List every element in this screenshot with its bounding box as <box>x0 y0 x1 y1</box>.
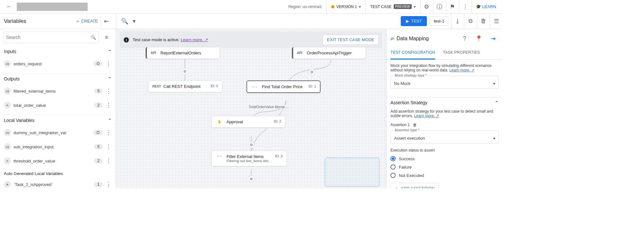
var-count-badge: 2 <box>94 158 103 163</box>
variable-row[interactable]: {J}filtered_external_items5⋮ <box>3 84 112 98</box>
expand-panel-button[interactable]: ⇥ <box>487 33 499 44</box>
zoom-menu-chevron[interactable]: ▾ <box>132 15 136 27</box>
section-locals[interactable]: Local Variables⌃ <box>3 115 112 125</box>
var-count-badge: 5 <box>94 88 103 94</box>
version-selector[interactable]: VERSION 1 ▾ <box>326 0 365 14</box>
assertion-type-select[interactable]: Assertion type * Assert execution ▾ <box>390 130 499 144</box>
back-button[interactable]: ← <box>3 3 15 10</box>
chevron-down-icon: ▾ <box>359 5 361 9</box>
plus-icon: ＋ <box>395 185 399 188</box>
banner-learn-more-link[interactable]: Learn more. ↗ <box>181 37 208 42</box>
var-menu-button[interactable]: ⋮ <box>105 58 112 70</box>
var-menu-button[interactable]: ⋮ <box>105 155 112 167</box>
gear-icon[interactable]: ⚙ <box>248 142 255 148</box>
assert-learn-more-link[interactable]: Learn more. ↗ <box>414 114 439 118</box>
var-menu-button[interactable]: ⋮ <box>105 85 112 97</box>
assert-desc: Add assertion strategy for your test cas… <box>390 109 493 118</box>
gear-icon[interactable]: ⚙ <box>182 68 188 75</box>
var-type-icon: {J} <box>4 143 11 150</box>
chevron-up-icon: ⌃ <box>108 118 112 123</box>
variables-sidebar: 🔍 ≡ Inputs⌃ {J}orders_requestO⋮ Outputs⌃… <box>0 29 116 188</box>
var-name: orders_request <box>14 61 91 66</box>
exit-test-mode-button[interactable]: EXIT TEST CASE MODE <box>323 35 379 45</box>
learn-link[interactable]: 🎓 LEARN <box>472 0 500 14</box>
create-variable-button[interactable]: ＋ CREATE <box>73 16 101 26</box>
selection-box <box>325 158 380 187</box>
toolbar: Variables ＋ CREATE ⇤ 🔍 ▾ ▶ TEST test-1 ⭳… <box>0 14 503 29</box>
chevron-up-icon: ⌃ <box>495 100 499 105</box>
tab-test-configuration[interactable]: TEST CONFIGURATION <box>390 47 435 60</box>
more-menu-icon[interactable]: ⋮ <box>459 0 472 14</box>
variable-row[interactable]: {J}sub_integration_input5⋮ <box>3 140 112 154</box>
properties-panel: ⇄ Data Mapping ? 📍 ⇥ TEST CONFIGURATION … <box>387 29 503 188</box>
info-icon: i <box>124 37 129 42</box>
tab-task-properties[interactable]: TASK PROPERTIES <box>443 47 480 59</box>
radio-success[interactable]: Success <box>390 154 499 163</box>
radio-failure[interactable]: Failure <box>390 163 499 171</box>
variable-row[interactable]: Dtotal_order_value2⋮ <box>3 98 112 112</box>
node-approval[interactable]: ✋ Approval ID: 2 <box>211 116 285 128</box>
api-icon: API <box>149 51 157 55</box>
delete-button[interactable]: 🗑 <box>477 14 490 29</box>
collapse-sidebar-button[interactable]: ⇤ <box>101 15 112 27</box>
search-input[interactable] <box>6 35 91 40</box>
var-type-icon: D <box>4 102 11 109</box>
gear-icon[interactable]: ⚙ <box>309 69 315 75</box>
var-type-icon: {J} <box>4 129 11 136</box>
var-menu-button[interactable]: ⋮ <box>105 99 112 111</box>
var-menu-button[interactable]: ⋮ <box>105 141 112 153</box>
designer-canvas[interactable]: i Test case mode is active. Learn more. … <box>116 29 387 188</box>
var-count-badge: 1 <box>94 182 103 187</box>
title-bar: ← Region: us-central1 VERSION 1 ▾ TEST C… <box>0 0 503 14</box>
radio-not-executed[interactable]: Not Executed <box>390 171 499 180</box>
var-type-icon: B <box>4 181 11 188</box>
variable-row[interactable]: B`Task_2_isApproved`1⋮ <box>3 177 112 188</box>
rest-icon: REST <box>152 85 160 88</box>
section-outputs[interactable]: Outputs⌃ <box>3 73 112 84</box>
delete-assertion-button[interactable]: 🗑 <box>413 123 417 127</box>
help-icon[interactable]: ? <box>459 33 470 44</box>
variable-row[interactable]: {J}dummy_sub_integration_varO⋮ <box>3 125 112 140</box>
plus-icon: ＋ <box>76 18 80 24</box>
info-icon[interactable]: ⓘ <box>433 0 446 14</box>
node-filter-external-items[interactable]: →← Filter External Items Filtering out l… <box>211 151 287 166</box>
preview-badge: PREVIEW <box>394 4 412 9</box>
settings-icon[interactable]: ⚙ <box>420 0 433 14</box>
node-find-total-order-price[interactable]: →← Find Total Order Price ID: 1 <box>246 80 321 93</box>
node-call-rest-endpoint[interactable]: REST Call REST Endpoint ID: 5 <box>148 80 222 92</box>
section-inputs[interactable]: Inputs⌃ <box>3 46 112 57</box>
assertion-section-header[interactable]: Assertion Strategy⌃ <box>387 97 503 108</box>
node-order-process-trigger[interactable]: API OrderProcessApiTrigger <box>292 47 366 59</box>
var-count-badge: O <box>93 61 103 66</box>
download-button[interactable]: ⭳ <box>451 14 464 29</box>
status-dot-icon <box>331 5 334 8</box>
mock-strategy-select[interactable]: Mock strategy type * No Mock ▾ <box>390 76 499 89</box>
integration-name-redacted <box>17 3 88 11</box>
var-menu-button[interactable]: ⋮ <box>105 127 112 138</box>
pin-icon[interactable]: 📍 <box>473 33 485 44</box>
gear-icon[interactable]: ⚙ <box>248 176 255 182</box>
test-name-chip[interactable]: test-1 <box>429 16 448 26</box>
add-assertion-button[interactable]: ＋ ADD ASSERTION <box>390 183 439 188</box>
api-icon: API <box>296 51 303 55</box>
testcase-selector[interactable]: TEST CASE PREVIEW ▾ <box>365 0 420 14</box>
var-count-badge: 5 <box>94 144 103 149</box>
section-autogen-subtitle: Auto Generated Local Variables <box>3 168 112 177</box>
menu-button[interactable]: ☰ <box>490 14 503 29</box>
filter-button[interactable]: ≡ <box>101 32 112 43</box>
run-test-button[interactable]: ▶ TEST <box>401 16 427 26</box>
var-menu-button[interactable]: ⋮ <box>105 179 112 188</box>
mapping-icon: →← <box>251 85 259 88</box>
search-icon: 🔍 <box>91 35 96 40</box>
mock-learn-more-link[interactable]: Learn more. ↗ <box>449 68 475 72</box>
variable-row[interactable]: {J}orders_requestO⋮ <box>3 57 112 71</box>
zoom-tool[interactable]: 🔍 <box>119 15 130 27</box>
var-name: `Task_2_isApproved` <box>14 182 91 187</box>
feedback-icon[interactable]: ⚑ <box>446 0 459 14</box>
search-input-wrapper[interactable]: 🔍 <box>3 32 99 43</box>
play-icon: ▶ <box>406 19 409 23</box>
test-mode-banner: i Test case mode is active. Learn more. … <box>120 32 382 48</box>
node-report-external-orders[interactable]: API ReportExternalOrders <box>146 47 220 59</box>
variable-row[interactable]: Dthreshold_order_value2⋮ <box>3 154 112 168</box>
copy-button[interactable]: ⧉ <box>464 14 477 29</box>
